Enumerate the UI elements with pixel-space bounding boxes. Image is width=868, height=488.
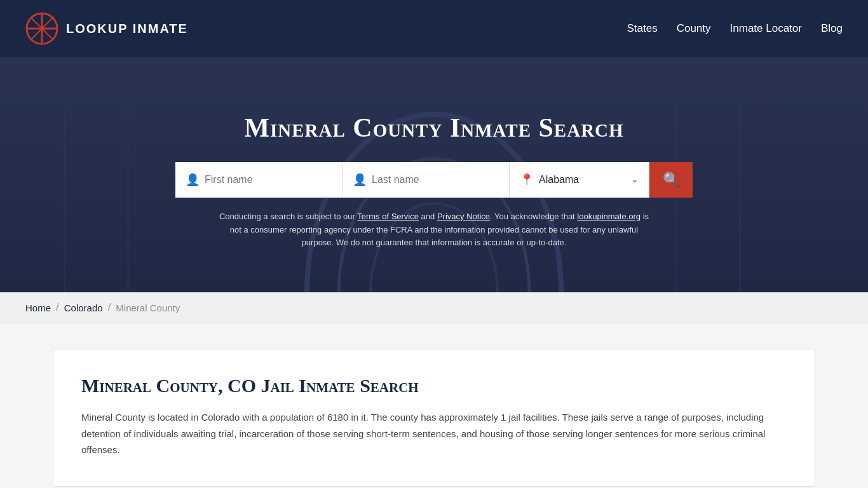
chevron-down-icon: ⌄ — [631, 174, 639, 185]
privacy-notice-link[interactable]: Privacy Notice — [437, 212, 490, 221]
site-link[interactable]: lookupinmate.org — [577, 212, 641, 221]
state-select-wrap: 📍 AlabamaAlaskaArizonaArkansasCalifornia… — [510, 162, 649, 198]
brand-logo-icon — [25, 12, 58, 45]
nav-blog[interactable]: Blog — [821, 22, 843, 35]
main-content: Mineral County, CO Jail Inmate Search Mi… — [27, 349, 841, 487]
content-card-title: Mineral County, CO Jail Inmate Search — [81, 375, 787, 396]
breadcrumb-state[interactable]: Colorado — [64, 302, 103, 313]
breadcrumb-home[interactable]: Home — [25, 302, 51, 313]
first-name-wrap: 👤 — [175, 162, 342, 198]
breadcrumb-county: Mineral County — [116, 302, 180, 313]
breadcrumb-sep-2: / — [108, 301, 111, 314]
terms-of-service-link[interactable]: Terms of Service — [357, 212, 419, 221]
nav-inmate-locator[interactable]: Inmate Locator — [730, 22, 802, 35]
content-card-body: Mineral County is located in Colorado wi… — [81, 409, 787, 458]
breadcrumb: Home / Colorado / Mineral County — [0, 292, 868, 323]
content-card: Mineral County, CO Jail Inmate Search Mi… — [53, 349, 815, 487]
last-name-input[interactable] — [372, 174, 499, 186]
breadcrumb-sep-1: / — [56, 301, 59, 314]
navbar: LOOKUP INMATE States County Inmate Locat… — [0, 0, 868, 57]
hero-disclaimer: Conducting a search is subject to our Te… — [218, 210, 650, 250]
hero-content: Mineral County Inmate Search 👤 👤 📍 Alaba… — [0, 87, 868, 262]
nav-county[interactable]: County — [677, 22, 711, 35]
nav-links: States County Inmate Locator Blog — [627, 22, 843, 35]
nav-states[interactable]: States — [627, 22, 657, 35]
person-icon-last: 👤 — [353, 173, 367, 187]
last-name-wrap: 👤 — [342, 162, 510, 198]
search-bar: 👤 👤 📍 AlabamaAlaskaArizonaArkansasCalifo… — [13, 162, 855, 198]
brand-name: LOOKUP INMATE — [66, 22, 188, 36]
search-icon: 🔍 — [663, 172, 680, 188]
state-select[interactable]: AlabamaAlaskaArizonaArkansasCaliforniaCo… — [539, 174, 626, 185]
first-name-input[interactable] — [205, 174, 332, 186]
search-button[interactable]: 🔍 — [649, 162, 693, 198]
hero-title: Mineral County Inmate Search — [13, 112, 855, 143]
location-icon: 📍 — [520, 173, 534, 187]
person-icon-first: 👤 — [186, 173, 200, 187]
hero-section: Mineral County Inmate Search 👤 👤 📍 Alaba… — [0, 57, 868, 292]
brand-link[interactable]: LOOKUP INMATE — [25, 12, 188, 45]
